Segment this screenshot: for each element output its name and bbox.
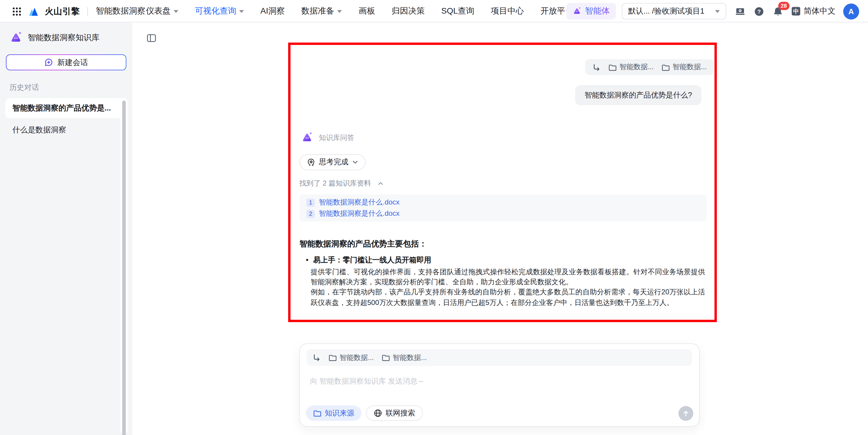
folder-icon: [661, 63, 670, 71]
folder-icon: [381, 353, 390, 362]
source-row: 2 智能数据洞察是什么.docx: [306, 209, 700, 218]
language-label: 简体中文: [804, 6, 836, 17]
web-search-label: 联网搜索: [385, 408, 415, 418]
composer-context-bar: 智能数据... 智能数据...: [306, 349, 692, 366]
agent-label: 智能体: [585, 6, 610, 17]
project-selector[interactable]: 默认... /验收测试项目1: [621, 3, 726, 20]
answer-paragraph: 提供零门槛、可视化的操作界面，支持各团队通过拖拽式操作轻松完成数据处理及业务数据…: [311, 267, 705, 288]
language-switcher[interactable]: 中 简体中文: [791, 6, 836, 17]
globe-icon: [374, 409, 382, 417]
message-context-bar: 智能数据... 智能数据...: [585, 59, 714, 75]
chevron-down-icon: [239, 10, 244, 15]
thinking-status-button[interactable]: 思考完成: [299, 154, 366, 170]
apps-grid-icon[interactable]: [12, 6, 22, 16]
assistant-avatar: [301, 131, 314, 144]
send-button[interactable]: [678, 406, 693, 421]
sources-panel: 1 智能数据洞察是什么.docx 2 智能数据洞察是什么.docx: [299, 195, 707, 222]
assistant-header: 知识库问答: [301, 131, 354, 144]
chevron-up-icon: [378, 180, 384, 187]
nav-item-visual-query[interactable]: 可视化查询: [195, 6, 244, 17]
console-icon[interactable]: [735, 6, 745, 16]
notifications-bell-icon[interactable]: 28: [773, 6, 783, 16]
navbar-brand-group: 火山引擎 智能数据洞察: [12, 0, 145, 23]
message-plus-icon: [44, 58, 53, 67]
sidebar-collapse-icon[interactable]: [147, 33, 156, 43]
chevron-down-icon: [352, 159, 359, 166]
nav-menu: 仪表盘 可视化查询 AI洞察 数据准备 画板 归因决策 SQL查询 项目中心: [146, 0, 574, 23]
answer-bullet: • 易上手：零门槛让一线人员开箱即用: [306, 255, 431, 265]
answer-paragraph: 例如，在字节跳动内部，该产品几乎支持所有业务线的自助分析，覆盖绝大多数员工的自助…: [311, 288, 705, 308]
top-navbar: 火山引擎 智能数据洞察 仪表盘 可视化查询 AI洞察 数据准备 画板 归因决策: [0, 0, 868, 23]
folder-icon: [313, 409, 321, 417]
history-section-label: 历史对话: [9, 83, 123, 93]
volcano-logo-icon: [27, 5, 39, 18]
svg-text:?: ?: [757, 8, 761, 14]
arrow-up-icon: [682, 410, 690, 417]
new-chat-button[interactable]: 新建会话: [6, 54, 126, 70]
svg-text:中: 中: [793, 8, 799, 14]
nav-item-attribution[interactable]: 归因决策: [392, 6, 425, 17]
head-gear-icon: [306, 158, 315, 167]
app-window: 火山引擎 智能数据洞察 仪表盘 可视化查询 AI洞察 数据准备 画板 归因决策: [0, 0, 868, 435]
sidebar: 智能数据洞察知识库 新建会话 历史对话 智能数据洞察的产品优势是... 什么是数…: [0, 23, 132, 435]
nav-item-ai-insight[interactable]: AI洞察: [260, 6, 285, 17]
brand-divider: [87, 7, 88, 16]
bullet-title: 易上手：零门槛让一线人员开箱即用: [313, 255, 431, 265]
knowledge-base-title: 智能数据洞察知识库: [28, 32, 99, 43]
conversation-item-active[interactable]: 智能数据洞察的产品优势是...: [5, 98, 127, 118]
knowledge-base-header: 智能数据洞察知识库: [0, 23, 132, 51]
folder-icon: [328, 353, 337, 362]
nav-item-project-center[interactable]: 项目中心: [491, 6, 524, 17]
answer-heading: 智能数据洞察的产品优势主要包括：: [299, 239, 427, 250]
notification-badge: 28: [778, 1, 789, 10]
user-message-bubble: 智能数据洞察的产品优势是什么?: [575, 85, 702, 105]
product-name[interactable]: 智能数据洞察: [96, 6, 145, 17]
source-doc-link[interactable]: 智能数据洞察是什么.docx: [319, 209, 399, 219]
context-chip[interactable]: 智能数据...: [328, 352, 374, 362]
source-index-badge: 2: [306, 209, 315, 218]
sidebar-scrollbar-thumb[interactable]: [122, 100, 126, 435]
assistant-name: 知识库问答: [319, 133, 354, 143]
sources-summary-toggle[interactable]: 找到了 2 篇知识库资料: [299, 178, 384, 188]
user-avatar[interactable]: A: [843, 3, 859, 19]
folder-icon: [608, 63, 616, 71]
bullet-marker: •: [306, 255, 309, 265]
context-chip[interactable]: 智能数据...: [381, 352, 427, 362]
chevron-down-icon: [174, 10, 178, 15]
elbow-arrow-icon: [592, 63, 600, 71]
context-chip[interactable]: 智能数据...: [661, 62, 707, 72]
sources-summary-label: 找到了 2 篇知识库资料: [299, 178, 371, 188]
knowledge-source-label: 知识来源: [325, 408, 354, 418]
help-icon[interactable]: ?: [754, 6, 764, 16]
conversation-item[interactable]: 什么是数据洞察: [5, 120, 127, 140]
web-search-toggle[interactable]: 联网搜索: [366, 405, 423, 421]
thinking-status-label: 思考完成: [319, 157, 348, 167]
chat-main-area: 智能数据... 智能数据... 智能数据洞察的产品优势是什么?: [132, 23, 868, 435]
source-row: 1 智能数据洞察是什么.docx: [306, 198, 700, 207]
nav-item-sql-query[interactable]: SQL查询: [441, 6, 474, 17]
knowledge-base-avatar-icon: [9, 31, 23, 45]
chevron-down-icon: [715, 10, 720, 15]
knowledge-source-toggle[interactable]: 知识来源: [306, 405, 361, 421]
answer-body: 提供零门槛、可视化的操作界面，支持各团队通过拖拽式操作轻松完成数据处理及业务数据…: [311, 267, 705, 308]
message-input[interactable]: 向 智能数据洞察知识库 发送消息～: [310, 376, 425, 386]
composer-tools: 知识来源 联网搜索: [306, 405, 423, 421]
brand-name[interactable]: 火山引擎: [45, 6, 80, 17]
agent-button[interactable]: 智能体: [566, 3, 616, 20]
composer-card[interactable]: 智能数据... 智能数据... 向 智能数据洞察知识库 发送消息～: [299, 343, 700, 427]
nav-item-data-prep[interactable]: 数据准备: [301, 6, 342, 17]
elbow-arrow-icon: [312, 353, 321, 362]
navbar-right-group: 智能体 默认... /验收测试项目1 ?: [566, 0, 859, 23]
nav-item-canvas[interactable]: 画板: [359, 6, 375, 17]
agent-mountain-icon: [572, 6, 581, 16]
language-icon: 中: [791, 6, 801, 16]
source-doc-link[interactable]: 智能数据洞察是什么.docx: [319, 197, 399, 207]
nav-item-dashboard[interactable]: 仪表盘: [146, 6, 178, 17]
context-chip[interactable]: 智能数据...: [608, 62, 654, 72]
chevron-down-icon: [337, 10, 342, 15]
new-chat-label: 新建会话: [57, 57, 88, 68]
source-index-badge: 1: [306, 198, 315, 207]
